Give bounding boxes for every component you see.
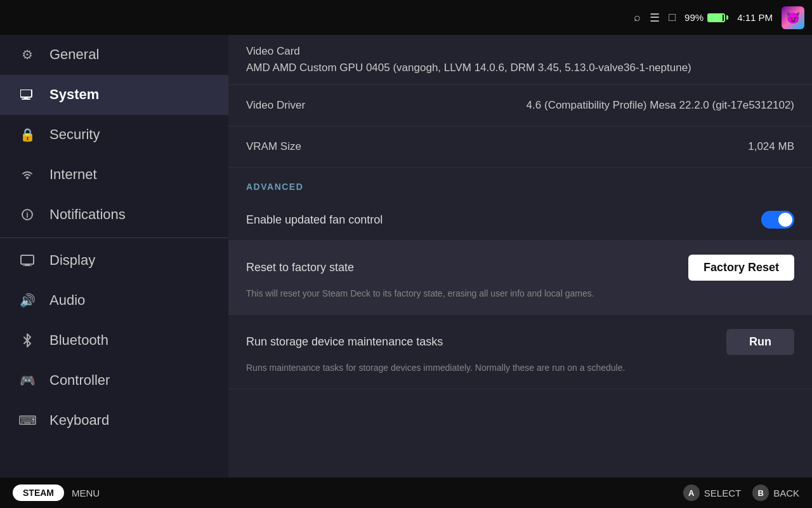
display-icon [18,255,37,266]
lock-icon: 🔒 [18,127,37,142]
storage-maint-button[interactable]: Run [726,329,794,355]
sidebar-item-general[interactable]: ⚙ General [0,35,228,75]
storage-maint-title: Run storage device maintenance tasks [246,335,443,349]
sidebar-label-keyboard: Keyboard [49,412,109,429]
svg-rect-8 [23,265,32,266]
video-card-value: AMD AMD Custom GPU 0405 (vangogh, LLVM 1… [246,62,794,74]
video-driver-value: 4.6 (Compatibility Profile) Mesa 22.2.0 … [527,99,794,112]
svg-point-3 [26,177,29,179]
video-driver-label: Video Driver [246,99,305,112]
storage-maint-desc: Runs maintenance tasks for storage devic… [246,361,794,375]
sidebar-item-security[interactable]: 🔒 Security [0,115,228,155]
sidebar-item-audio[interactable]: 🔊 Audio [0,281,228,321]
sidebar-divider [0,237,228,238]
sidebar-item-notifications[interactable]: i Notifications [0,195,228,235]
svg-rect-7 [25,264,30,265]
svg-rect-0 [20,90,32,97]
svg-rect-1 [24,97,28,98]
sidebar-item-internet[interactable]: Internet [0,155,228,195]
notifications-icon: i [18,208,37,221]
sidebar-label-security: Security [49,126,100,143]
sidebar-label-bluetooth: Bluetooth [49,332,108,349]
content-area: Video Card AMD AMD Custom GPU 0405 (vang… [228,35,812,478]
sidebar-label-audio: Audio [49,292,85,309]
storage-maint-row: Run storage device maintenance tasks Run… [228,315,812,389]
sidebar: ⚙ General System 🔒 Security [0,35,228,478]
sidebar-item-display[interactable]: Display [0,241,228,281]
factory-reset-top: Reset to factory state Factory Reset [246,255,794,281]
sidebar-item-bluetooth[interactable]: Bluetooth [0,321,228,361]
battery-indicator: 99% [684,12,728,23]
factory-reset-desc: This will reset your Steam Deck to its f… [246,287,794,300]
storage-maint-top: Run storage device maintenance tasks Run [246,329,794,355]
battery-icon [707,13,728,22]
toggle-knob [778,213,792,227]
system-icon [18,90,37,100]
svg-rect-2 [22,98,30,100]
factory-reset-button[interactable]: Factory Reset [688,255,794,281]
battery-percent: 99% [684,12,704,23]
video-card-label: Video Card [246,45,794,58]
vram-size-value: 1,024 MB [748,140,794,153]
factory-reset-title: Reset to factory state [246,261,354,274]
sidebar-item-system[interactable]: System [0,75,228,115]
controller-icon: 🎮 [18,373,37,388]
back-label: BACK [773,488,799,498]
a-button: A [683,485,700,501]
bottombar: STEAM MENU A SELECT B BACK [0,478,812,508]
bluetooth-icon [18,333,37,347]
audio-icon: 🔊 [18,293,37,308]
sidebar-item-controller[interactable]: 🎮 Controller [0,361,228,401]
keyboard-icon: ⌨ [18,413,37,428]
sidebar-label-internet: Internet [49,166,97,183]
menu-label: MENU [72,488,683,498]
fan-control-label: Enable updated fan control [246,213,383,227]
select-label: SELECT [704,488,741,498]
sidebar-label-controller: Controller [49,372,110,389]
video-driver-row: Video Driver 4.6 (Compatibility Profile)… [228,85,812,126]
b-button: B [752,485,769,501]
steam-button[interactable]: STEAM [13,485,64,501]
main-layout: ⚙ General System 🔒 Security [0,35,812,478]
sidebar-label-notifications: Notifications [49,206,126,223]
back-control: B BACK [752,485,799,501]
clock: 4:11 PM [737,12,773,23]
video-card-block: Video Card AMD AMD Custom GPU 0405 (vang… [228,35,812,85]
grid-icon[interactable]: ☰ [650,11,660,25]
sidebar-label-general: General [49,46,99,63]
fan-control-toggle[interactable] [761,211,794,229]
select-control: A SELECT [683,485,741,501]
sidebar-item-keyboard[interactable]: ⌨ Keyboard [0,401,228,441]
factory-reset-row: Reset to factory state Factory Reset Thi… [228,241,812,315]
fan-control-row: Enable updated fan control [228,199,812,241]
vram-size-label: VRAM Size [246,140,301,153]
bottom-controls: A SELECT B BACK [683,485,799,501]
advanced-section-header: ADVANCED [228,168,812,199]
sidebar-label-display: Display [49,252,95,269]
topbar: ⌕ ☰ □ 99% 4:11 PM 😈 [0,0,812,35]
vram-size-row: VRAM Size 1,024 MB [228,126,812,168]
svg-rect-6 [21,255,34,264]
gear-icon: ⚙ [18,47,37,62]
cast-icon[interactable]: □ [669,11,676,24]
search-icon[interactable]: ⌕ [634,11,641,24]
sidebar-label-system: System [49,86,99,103]
user-avatar[interactable]: 😈 [782,6,804,29]
wifi-icon [18,169,37,180]
svg-text:i: i [26,211,28,220]
